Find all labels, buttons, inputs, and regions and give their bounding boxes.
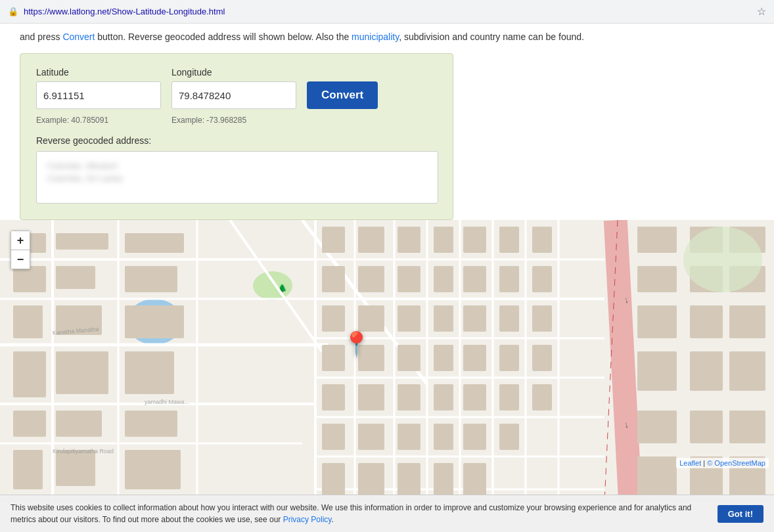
svg-rect-98 [637, 227, 677, 253]
svg-rect-58 [532, 227, 552, 253]
svg-rect-46 [125, 233, 184, 253]
svg-rect-49 [125, 351, 174, 394]
latitude-input[interactable] [36, 81, 161, 109]
cookie-bar: This website uses cookies to collect inf… [0, 495, 774, 532]
svg-rect-104 [637, 305, 677, 338]
svg-rect-76 [434, 345, 453, 371]
svg-rect-93 [322, 463, 345, 496]
svg-rect-36 [13, 266, 46, 292]
svg-rect-52 [322, 227, 345, 253]
svg-point-116 [683, 227, 762, 292]
svg-rect-84 [463, 384, 486, 410]
address-line-1: Colombo, Western [47, 161, 427, 171]
svg-rect-88 [358, 424, 384, 450]
svg-rect-110 [637, 410, 677, 443]
svg-rect-112 [729, 410, 765, 443]
svg-rect-97 [463, 463, 486, 496]
longitude-example: Example: -73.968285 [171, 116, 296, 125]
svg-text:Kirulapitiyamatha Road: Kirulapitiyamatha Road [53, 448, 114, 454]
lock-icon: 🔒 [8, 7, 18, 16]
svg-rect-38 [13, 305, 43, 338]
svg-text:yamadhi Mawa...: yamadhi Mawa... [145, 399, 189, 405]
privacy-policy-link[interactable]: Privacy Policy [283, 515, 332, 524]
svg-rect-54 [398, 227, 421, 253]
svg-rect-73 [322, 345, 345, 371]
svg-rect-53 [358, 227, 384, 253]
map-controls: + − [11, 231, 30, 269]
svg-rect-113 [637, 456, 677, 496]
address-box: Colombo, Western Colombo, Sri Lanka [36, 151, 438, 204]
svg-rect-48 [125, 305, 184, 338]
svg-rect-111 [690, 410, 723, 443]
svg-rect-89 [398, 424, 421, 450]
svg-rect-77 [463, 345, 486, 371]
bookmark-icon[interactable]: ☆ [757, 5, 766, 18]
longitude-input[interactable] [171, 81, 296, 109]
svg-rect-101 [637, 266, 677, 292]
svg-rect-80 [322, 384, 345, 410]
browser-bar: 🔒 https://www.latlong.net/Show-Latitude-… [0, 0, 774, 24]
got-it-button[interactable]: Got it! [717, 505, 763, 523]
svg-rect-92 [499, 424, 519, 450]
svg-rect-62 [434, 266, 453, 292]
svg-rect-71 [499, 305, 519, 332]
example-row: Example: 40.785091 Example: -73.968285 [36, 116, 437, 125]
svg-rect-64 [499, 266, 519, 292]
svg-rect-47 [125, 266, 177, 292]
leaflet-link[interactable]: Leaflet [679, 459, 701, 467]
map-svg: 🌲 ↑ ↑ [0, 220, 774, 502]
svg-rect-83 [434, 384, 453, 410]
svg-rect-95 [398, 463, 421, 496]
svg-rect-42 [13, 410, 46, 437]
zoom-out-button[interactable]: − [11, 250, 30, 269]
svg-rect-105 [690, 305, 723, 338]
form-row: Latitude Longitude Convert [36, 67, 437, 109]
svg-rect-35 [56, 233, 108, 250]
svg-rect-68 [398, 305, 421, 332]
svg-rect-70 [463, 305, 486, 332]
svg-rect-61 [398, 266, 421, 292]
convert-button[interactable]: Convert [307, 81, 378, 109]
svg-rect-55 [434, 227, 453, 253]
svg-rect-79 [532, 345, 552, 371]
svg-rect-59 [322, 266, 345, 292]
svg-rect-63 [463, 266, 486, 292]
svg-rect-86 [532, 384, 552, 410]
svg-rect-87 [322, 424, 345, 450]
svg-rect-108 [690, 351, 723, 391]
svg-rect-107 [637, 351, 677, 391]
svg-rect-41 [56, 351, 108, 394]
address-line-2: Colombo, Sri Lanka [47, 173, 427, 183]
svg-rect-45 [56, 450, 95, 486]
browser-url[interactable]: https://www.latlong.net/Show-Latitude-Lo… [24, 7, 225, 16]
longitude-label: Longitude [171, 67, 296, 78]
map-container[interactable]: 🌲 ↑ ↑ [0, 220, 774, 502]
form-container: Latitude Longitude Convert Example: 40.7… [20, 53, 453, 220]
map-attribution: Leaflet | © OpenStreetMap [676, 458, 769, 468]
zoom-in-button[interactable]: + [11, 231, 30, 250]
intro-text: and press Convert button. Reverse geocod… [20, 24, 754, 53]
svg-rect-43 [56, 410, 102, 437]
svg-rect-72 [532, 305, 552, 332]
svg-rect-74 [358, 345, 384, 371]
svg-rect-44 [13, 450, 43, 489]
convert-link[interactable]: Convert [62, 32, 95, 42]
svg-rect-40 [13, 351, 46, 397]
svg-rect-85 [499, 384, 519, 410]
svg-rect-69 [434, 305, 453, 332]
svg-rect-37 [56, 266, 95, 289]
municipality-link[interactable]: municipality [352, 32, 399, 42]
svg-rect-57 [499, 227, 519, 253]
osm-link[interactable]: © OpenStreetMap [707, 459, 765, 467]
svg-rect-96 [434, 463, 453, 496]
reverse-label: Reverse geocoded address: [36, 135, 437, 146]
svg-rect-67 [358, 305, 384, 332]
svg-rect-50 [125, 410, 177, 437]
longitude-field-group: Longitude [171, 67, 296, 109]
svg-rect-109 [729, 351, 765, 391]
latitude-example: Example: 40.785091 [36, 116, 161, 125]
svg-rect-65 [532, 266, 552, 292]
svg-rect-56 [463, 227, 486, 253]
svg-rect-78 [499, 345, 519, 371]
latitude-label: Latitude [36, 67, 161, 78]
